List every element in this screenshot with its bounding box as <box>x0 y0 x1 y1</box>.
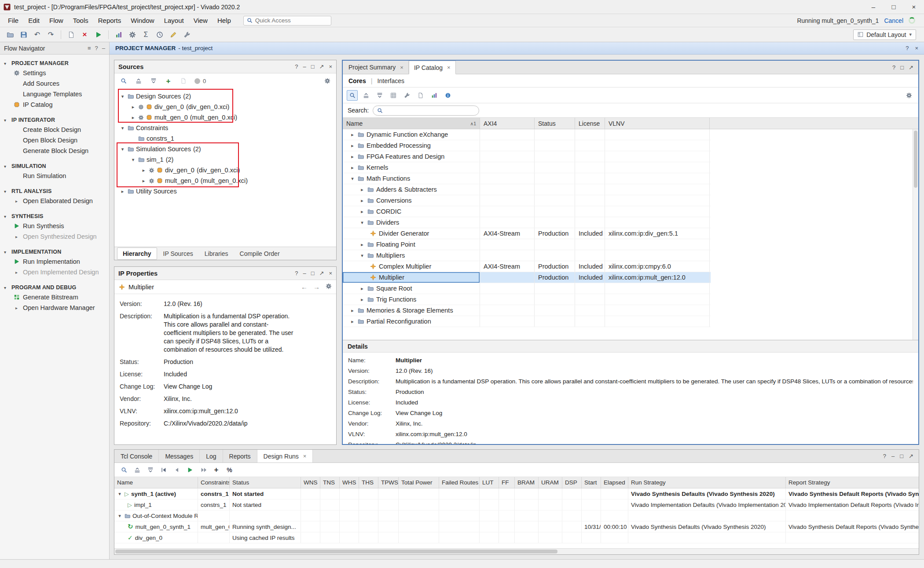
flownav-item-open-synthesized-design[interactable]: ▸Open Synthesized Design <box>0 231 109 242</box>
column-header-total-power[interactable]: Total Power <box>399 477 439 488</box>
ipcat-row-multipliers[interactable]: ▾Multipliers <box>343 250 711 261</box>
tree-item-sim-1[interactable]: ▾ sim_1(2) <box>114 154 336 165</box>
ipcat-row-floating-point[interactable]: ▸Floating Point <box>343 239 711 250</box>
run-row-impl-1[interactable]: ▷impl_1 constrs_1 Not started Vivado Imp… <box>114 499 919 510</box>
close-icon[interactable]: × <box>400 64 403 71</box>
menu-file[interactable]: File <box>4 15 23 25</box>
maximize-icon[interactable]: ↗ <box>319 270 324 277</box>
chevron-right-icon[interactable]: ▸ <box>350 143 355 149</box>
flownav-section-rtl-analysis[interactable]: ▾ RTL ANALYSIS <box>0 187 109 196</box>
timing-clock-icon[interactable] <box>153 29 166 40</box>
ipcat-row-trig-functions[interactable]: ▸Trig Functions <box>343 294 711 305</box>
catalog-search-box[interactable] <box>373 106 479 116</box>
flownav-item-ip-catalog[interactable]: IP Catalog <box>0 99 109 110</box>
run-row-div-gen-0[interactable]: ✓div_gen_0 Using cached IP results <box>114 532 919 543</box>
flownav-item-open-implemented-design[interactable]: ▸Open Implemented Design <box>0 267 109 277</box>
flownav-section-simulation[interactable]: ▾ SIMULATION <box>0 162 109 171</box>
column-header-status[interactable]: Status <box>230 477 301 488</box>
column-header-start[interactable]: Start <box>582 477 601 488</box>
chevron-right-icon[interactable]: ▸ <box>359 209 365 215</box>
chevron-right-icon[interactable]: ▸ <box>359 297 365 302</box>
menu-window[interactable]: Window <box>126 15 158 25</box>
chevron-right-icon[interactable]: ▸ <box>359 187 365 193</box>
first-run-icon[interactable] <box>158 465 169 475</box>
flownav-section-implementation[interactable]: ▾ IMPLEMENTATION <box>0 248 109 256</box>
expand-all-icon[interactable] <box>145 465 156 475</box>
ipcat-row-math-functions[interactable]: ▾Math Functions <box>343 173 711 184</box>
tree-item-simulation-sources[interactable]: ▾ Simulation Sources(2) <box>114 144 336 154</box>
chevron-right-icon[interactable]: ▸ <box>350 308 355 313</box>
column-header-report-strategy[interactable]: Report Strategy <box>786 477 919 488</box>
column-header-ths[interactable]: THS <box>359 477 378 488</box>
open-project-icon[interactable] <box>4 29 16 40</box>
chevron-down-icon[interactable]: ▾ <box>117 491 122 497</box>
column-header-status[interactable]: Status <box>535 118 575 129</box>
chevron-right-icon[interactable]: ▸ <box>359 242 365 248</box>
vertical-scrollbar[interactable] <box>913 129 918 340</box>
float-icon[interactable]: □ <box>900 453 903 459</box>
chevron-right-icon[interactable]: ▸ <box>141 178 147 184</box>
close-icon[interactable]: × <box>329 63 332 70</box>
flownav-item-settings[interactable]: Settings <box>0 68 109 78</box>
close-icon[interactable]: × <box>303 453 307 459</box>
window-maximize-button[interactable]: □ <box>884 0 904 14</box>
collapse-all-icon[interactable] <box>360 90 371 101</box>
column-header-constraints[interactable]: Constraints <box>198 477 230 488</box>
float-icon[interactable]: □ <box>311 63 315 70</box>
ipcat-row-fpga-features[interactable]: ▸FPGA Features and Design <box>343 151 711 162</box>
menu-help[interactable]: Help <box>213 15 235 25</box>
context-help-icon[interactable]: ? <box>906 45 909 51</box>
group-by-category-icon[interactable] <box>388 90 399 101</box>
detail-status-link[interactable]: Production <box>396 388 424 396</box>
run-row-synth-1[interactable]: ▾▷synth_1 (active) constrs_1 Not started… <box>114 488 919 499</box>
menu-tools[interactable]: Tools <box>69 15 93 25</box>
launch-runs-play-icon[interactable] <box>184 465 195 475</box>
column-header-uram[interactable]: URAM <box>539 477 562 488</box>
column-header-tns[interactable]: TNS <box>320 477 340 488</box>
tree-item-sim-div-gen-0[interactable]: ▸ div_gen_0(div_gen_0.xci) <box>114 165 336 175</box>
run-row-out-of-context-group[interactable]: ▾Out-of-Context Module Runs <box>114 510 919 521</box>
column-header-lut[interactable]: LUT <box>480 477 499 488</box>
column-header-bram[interactable]: BRAM <box>515 477 539 488</box>
tree-item-sim-mult-gen-0[interactable]: ▸ mult_gen_0(mult_gen_0.xci) <box>114 175 336 186</box>
flownav-section-program-and-debug[interactable]: ▾ PROGRAM AND DEBUG <box>0 283 109 292</box>
float-icon[interactable]: □ <box>900 64 904 71</box>
tree-item-div-gen-0[interactable]: ▸ div_gen_0(div_gen_0.xci) <box>114 102 336 112</box>
flownav-section-ip-integrator[interactable]: ▾ IP INTEGRATOR <box>0 116 109 124</box>
column-header-run-strategy[interactable]: Run Strategy <box>628 477 786 488</box>
cancel-run-link[interactable]: Cancel <box>884 17 903 24</box>
flownav-item-open-block-design[interactable]: Open Block Design <box>0 135 109 146</box>
flownav-item-generate-bitstream[interactable]: Generate Bitstream <box>0 292 109 302</box>
column-header-tpws[interactable]: TPWS <box>378 477 399 488</box>
tab-tcl-console[interactable]: Tcl Console <box>114 450 159 462</box>
copy-icon[interactable] <box>65 29 77 40</box>
ipcat-row-partial-reconfiguration[interactable]: ▸Partial Reconfiguration <box>343 316 711 327</box>
redo-icon[interactable]: ↷ <box>44 29 57 40</box>
chevron-right-icon[interactable]: ▸ <box>141 167 147 173</box>
expand-all-icon[interactable] <box>374 90 385 101</box>
chevron-right-icon[interactable]: ▸ <box>350 165 355 171</box>
ipcat-row-square-root[interactable]: ▸Square Root <box>343 283 711 294</box>
debug-wrench-icon[interactable] <box>180 29 193 40</box>
collapse-all-icon[interactable] <box>132 465 143 475</box>
flow-navigator-menu-icon[interactable]: ≡ <box>88 45 91 51</box>
column-header-license[interactable]: License <box>575 118 605 129</box>
ipcat-row-kernels[interactable]: ▸Kernels <box>343 162 711 173</box>
flownav-item-generate-block-design[interactable]: Generate Block Design <box>0 146 109 156</box>
previous-run-icon[interactable] <box>171 465 182 475</box>
chevron-right-icon[interactable]: ▸ <box>130 115 136 120</box>
save-icon[interactable] <box>17 29 30 40</box>
flownav-item-open-elaborated-design[interactable]: ▸Open Elaborated Design <box>0 196 109 206</box>
chevron-right-icon[interactable]: ▸ <box>350 132 355 138</box>
search-icon[interactable] <box>347 90 358 101</box>
menu-view[interactable]: View <box>189 15 212 25</box>
maximize-icon[interactable]: ↗ <box>909 64 913 71</box>
detail-change-log-link[interactable]: View Change Log <box>396 409 442 417</box>
flownav-section-project-manager[interactable]: ▾ PROJECT MANAGER <box>0 59 109 68</box>
window-close-button[interactable]: × <box>904 0 924 14</box>
undo-icon[interactable]: ↶ <box>31 29 44 40</box>
column-header-dsp[interactable]: DSP <box>562 477 582 488</box>
chevron-right-icon[interactable]: ▸ <box>359 286 365 291</box>
flow-navigator-collapse-icon[interactable]: – <box>102 45 105 51</box>
context-close-icon[interactable]: × <box>915 45 918 51</box>
